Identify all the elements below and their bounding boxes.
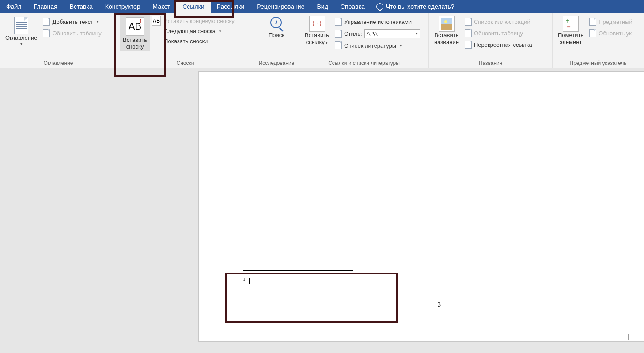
citation-style-row: Стиль: APA ▾ (333, 28, 421, 39)
page-icon (43, 29, 50, 37)
toc-button[interactable]: Оглавление ▾ (3, 16, 40, 48)
document-page[interactable]: 1 3 (199, 72, 644, 341)
smart-lookup-label: Поиск (269, 32, 284, 39)
tab-review[interactable]: Рецензирование (250, 0, 311, 13)
cross-ref-label: Перекрестная ссылка (474, 41, 532, 48)
footnote-number: 1 (243, 276, 246, 282)
mark-entry-button[interactable]: +− Пометить элемент (555, 15, 586, 47)
tell-me-placeholder: Что вы хотите сделать? (386, 3, 455, 10)
show-footnotes-button[interactable]: Показать сноски (163, 37, 236, 45)
next-footnote-mini-icon[interactable]: AB 1 (152, 16, 161, 26)
update-index-button[interactable]: Обновить ук (588, 28, 634, 38)
table-of-figures-button[interactable]: Список иллюстраций (463, 17, 534, 26)
bibliography-button[interactable]: Список литературы (333, 41, 421, 50)
insert-index-button[interactable]: Предметный (588, 17, 634, 26)
insert-citation-label-2: ссылку (306, 39, 325, 45)
lightbulb-icon (376, 3, 383, 10)
page-number: 3 (438, 301, 441, 308)
update-figures-label: Обновить таблицу (474, 30, 523, 37)
tab-file[interactable]: Файл (0, 0, 27, 13)
bibliography-icon (335, 41, 342, 49)
group-captions: Вставить название Список иллюстраций Обн… (429, 13, 553, 68)
manage-sources-label: Управление источниками (344, 19, 412, 25)
update-toc-label: Обновить таблицу (52, 30, 101, 37)
group-citations: Вставить ссылку ▾ Управление источниками… (299, 13, 429, 68)
add-text-button[interactable]: Добавить текст (42, 17, 102, 26)
document-workspace: 1 3 (0, 68, 644, 353)
mark-entry-icon: +− (563, 16, 579, 32)
insert-index-label: Предметный (599, 19, 633, 25)
page-icon (465, 29, 472, 37)
group-research-label: Исследование (254, 59, 299, 68)
cross-reference-button[interactable]: Перекрестная ссылка (463, 40, 534, 49)
ribbon: Оглавление ▾ Добавить текст Обновить таб… (0, 13, 644, 68)
bibliography-label: Список литературы (344, 42, 396, 49)
mark-entry-label-1: Пометить (558, 32, 583, 39)
insert-caption-label-1: Вставить (434, 32, 458, 39)
mark-entry-label-2: элемент (560, 39, 582, 46)
margin-mark-bottom-left (224, 334, 235, 340)
footnote-separator (243, 270, 353, 271)
add-text-label: Добавить текст (52, 19, 93, 25)
tab-mailings[interactable]: Рассылки (211, 0, 251, 13)
group-index-label: Предметный указатель (553, 59, 644, 68)
sources-icon (335, 18, 342, 26)
chevron-down-icon: ▾ (416, 31, 418, 36)
manage-sources-button[interactable]: Управление источниками (333, 17, 421, 26)
next-footnote-button[interactable]: Следующая сноска (163, 27, 236, 35)
page-icon (589, 29, 596, 37)
margin-mark-bottom-right (628, 334, 639, 340)
update-toc-button[interactable]: Обновить таблицу (42, 28, 102, 38)
group-research: Поиск Исследование (254, 13, 299, 68)
insert-citation-label-1: Вставить (305, 32, 329, 39)
insert-endnote-button[interactable]: Вставить концевую сноску (163, 17, 236, 25)
picture-icon (439, 16, 455, 32)
insert-footnote-button[interactable]: AB 1 Вставить сноску (120, 15, 150, 51)
footnote-ab-icon: AB 1 (126, 17, 144, 36)
page-icon (589, 18, 596, 26)
insert-caption-button[interactable]: Вставить название (432, 15, 462, 47)
citation-icon (309, 16, 325, 32)
next-footnote-label: Следующая сноска (164, 28, 216, 34)
toc-button-label: Оглавление (5, 34, 37, 41)
update-figures-button[interactable]: Обновить таблицу (463, 28, 534, 38)
page-icon (43, 18, 50, 26)
smart-lookup-button[interactable]: Поиск (264, 15, 289, 40)
magnifier-icon (269, 16, 284, 32)
group-footnotes-label: Сноски (117, 59, 254, 68)
tab-view[interactable]: Вид (311, 0, 334, 13)
cross-ref-icon (465, 41, 472, 49)
show-footnotes-label: Показать сноски (164, 38, 208, 45)
group-captions-label: Названия (429, 59, 552, 68)
page-icon (465, 18, 472, 26)
chevron-down-icon: ▾ (20, 41, 23, 46)
group-index: +− Пометить элемент Предметный Обновить … (553, 13, 644, 68)
insert-fn-label-1: Вставить (123, 37, 147, 43)
group-citations-label: Ссылки и списки литературы (299, 59, 428, 68)
citation-style-combo[interactable]: APA ▾ (364, 29, 420, 38)
toc-icon (14, 17, 28, 34)
insert-fn-label-2: сноску (126, 43, 144, 50)
tab-references[interactable]: Ссылки (176, 0, 210, 13)
footnote-area[interactable]: 1 (243, 270, 600, 285)
tab-help[interactable]: Справка (334, 0, 371, 13)
update-index-label: Обновить ук (599, 30, 632, 37)
tab-home[interactable]: Главная (27, 0, 63, 13)
style-icon (335, 30, 342, 38)
tab-insert[interactable]: Вставка (64, 0, 99, 13)
text-cursor (249, 278, 250, 284)
style-label: Стиль: (344, 30, 362, 37)
ribbon-tabstrip: Файл Главная Вставка Конструктор Макет С… (0, 0, 644, 13)
group-toc: Оглавление ▾ Добавить текст Обновить таб… (0, 13, 117, 68)
figures-list-label: Список иллюстраций (474, 19, 530, 25)
group-toc-label: Оглавление (0, 59, 117, 68)
tab-design[interactable]: Конструктор (99, 0, 147, 13)
group-footnotes: AB 1 Вставить сноску AB 1 Вставить конце… (117, 13, 254, 68)
tell-me-search[interactable]: Что вы хотите сделать? (376, 0, 455, 13)
insert-endnote-label: Вставить концевую сноску (164, 18, 235, 24)
insert-caption-label-2: название (434, 39, 459, 46)
tab-layout[interactable]: Макет (147, 0, 177, 13)
insert-citation-button[interactable]: Вставить ссылку ▾ (302, 15, 332, 47)
chevron-down-icon: ▾ (325, 41, 328, 45)
style-value: APA (367, 30, 378, 37)
